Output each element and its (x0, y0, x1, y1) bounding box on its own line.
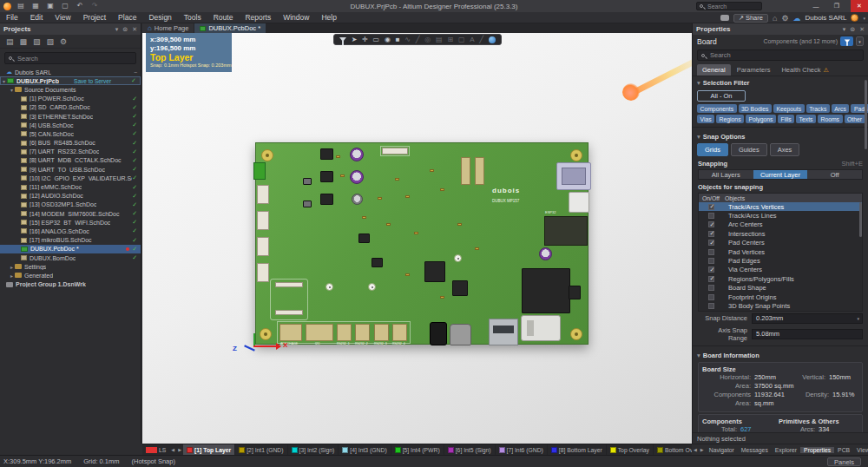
tab-general[interactable]: General (697, 64, 731, 76)
tree-doc-row[interactable]: [12] AUDIO.SchDoc✓ (0, 192, 141, 201)
tree-doc-row[interactable]: [7] UART_RS232.SchDoc✓ (0, 148, 141, 156)
filter-chip-tracks[interactable]: Tracks (806, 104, 830, 113)
panel-tab-explorer[interactable]: Explorer (772, 447, 800, 453)
checkbox[interactable] (708, 240, 714, 246)
checkbox[interactable] (708, 258, 714, 264)
table-scrollbar[interactable] (859, 202, 862, 237)
grid-icon[interactable]: ⊞ (447, 35, 453, 44)
section-snap-options[interactable]: ▾Snap Options (693, 130, 868, 141)
move-icon[interactable]: ✛ (362, 35, 368, 44)
menu-place[interactable]: Place (112, 13, 142, 22)
snap-axes-button[interactable]: Axes (770, 143, 800, 156)
menu-reports[interactable]: Reports (239, 13, 277, 22)
tree-doc-row[interactable]: [4] USB.SchDoc✓ (0, 121, 141, 129)
filter-button[interactable] (840, 36, 853, 46)
panel-tab-pcb[interactable]: PCB (834, 447, 853, 453)
tab-home-page[interactable]: ⌂ Home Page (142, 23, 194, 33)
layer-tab-int3[interactable]: [4] Int3 (GND) (339, 444, 391, 456)
panel-scrollbar[interactable] (865, 80, 867, 149)
workspace-name[interactable]: Dubois SARL (805, 14, 846, 22)
checkbox[interactable] (708, 213, 714, 219)
menu-route[interactable]: Route (207, 13, 240, 22)
menu-tools[interactable]: Tools (178, 13, 207, 22)
snap-object-row[interactable]: Via Centers (699, 266, 862, 274)
layer-scroll-left[interactable]: ◀ (169, 447, 176, 452)
tab-parameters[interactable]: Parameters (732, 64, 776, 76)
global-search-input[interactable]: Search (696, 2, 762, 10)
tab-pcbdoc[interactable]: DUBUX.PcbDoc * (194, 23, 266, 33)
menu-file[interactable]: File (0, 13, 24, 22)
properties-search-input[interactable]: Search (697, 49, 864, 61)
layer-tab-int4[interactable]: [5] Int4 (PWR) (391, 444, 444, 456)
user-avatar[interactable] (851, 14, 858, 22)
menu-design[interactable]: Design (142, 13, 177, 22)
panel-dropdown-icon[interactable]: ▾ (115, 26, 119, 33)
snap-object-row[interactable]: Pad Edges (699, 256, 862, 265)
filter-icon[interactable] (339, 37, 346, 42)
section-selection-filter[interactable]: ▾Selection Filter (693, 76, 868, 88)
snapping-current-layer[interactable]: Current Layer (753, 170, 808, 179)
menu-help[interactable]: Help (315, 13, 342, 22)
panel-tab-navigator[interactable]: Navigator (706, 447, 738, 453)
checkbox[interactable] (708, 276, 714, 282)
via-icon[interactable]: ◎ (424, 35, 431, 44)
filter-chip-arcs[interactable]: Arcs (832, 104, 850, 113)
filter-chip-texts[interactable]: Texts (796, 115, 816, 123)
all-on-button[interactable]: All - On (697, 90, 746, 102)
snap-object-row[interactable]: Intersections (699, 229, 862, 238)
component-icon[interactable]: ▤ (436, 35, 443, 44)
tree-generated-row[interactable]: ▸ Generated (0, 271, 141, 280)
layer-scroll-right[interactable]: ▶ (176, 447, 183, 452)
refresh-icon[interactable]: ▨ (47, 37, 55, 46)
snap-object-row[interactable]: Arc Centers (699, 220, 862, 229)
compile-icon[interactable]: ▩ (20, 37, 28, 46)
snapping-off[interactable]: Off (807, 170, 862, 179)
panel-tab-properties[interactable]: Properties (800, 447, 834, 453)
snap-grids-button[interactable]: Grids (697, 143, 728, 156)
region-icon[interactable]: ▭ (373, 35, 380, 44)
filter-chip-rooms[interactable]: Rooms (818, 115, 843, 123)
close-button[interactable]: ✕ (851, 0, 868, 12)
measure-icon[interactable]: ╱ (416, 35, 420, 44)
web-update-icon[interactable] (489, 36, 496, 43)
filter-dropdown-button[interactable]: ▾ (856, 36, 864, 46)
checkbox[interactable] (708, 266, 714, 273)
layer-tab-top[interactable]: [1] Top Layer (183, 444, 235, 456)
filter-chip-fills[interactable]: Fills (778, 115, 794, 123)
tree-doc-row[interactable]: [6] BUS_RS485.SchDoc✓ (0, 139, 141, 148)
tab-health-check[interactable]: Health Check⚠ (776, 64, 833, 76)
new-doc-icon[interactable]: ▢ (60, 2, 70, 10)
tree-settings-row[interactable]: ▸ Settings (0, 262, 141, 271)
home-icon[interactable]: ⌂ (773, 14, 777, 23)
tree-doc-row[interactable]: [10] I2C_GPIO_EXP_VALIDATEUR.SchDoc✓ (0, 174, 141, 182)
route-icon[interactable]: ∿ (404, 35, 411, 44)
pcb-canvas[interactable]: ➤ ✛ ▭ ◉ ■ ∿ ╱ ◎ ▤ ⊞ ▢ A ╱ x:309,500 mm y… (142, 33, 692, 444)
copy-icon[interactable]: ▦ (30, 2, 41, 10)
tree-dsnwrk-row[interactable]: Project Group 1.DsnWrk (0, 280, 141, 289)
menu-window[interactable]: Window (277, 13, 315, 22)
panels-button[interactable]: Panels (827, 457, 861, 466)
snap-guides-button[interactable]: Guides (731, 143, 767, 156)
panel-close-icon[interactable]: ✕ (859, 26, 865, 33)
undo-icon[interactable]: ↶ (75, 2, 85, 10)
filter-chip-keepouts[interactable]: Keepouts (773, 104, 805, 113)
redo-icon[interactable]: ↷ (89, 2, 100, 10)
snap-object-row[interactable]: Track/Arcs Lines (699, 211, 862, 220)
layer-tab-top-overlay[interactable]: Top Overlay (607, 444, 654, 456)
menu-edit[interactable]: Edit (24, 13, 49, 22)
tree-doc-row[interactable]: [13] OSD32MP1.SchDoc✓ (0, 201, 141, 209)
tree-doc-row[interactable]: [16] ANALOG.SchDoc✓ (0, 227, 141, 235)
panel-pin-icon[interactable]: ⊙ (850, 26, 855, 33)
checkbox[interactable] (708, 221, 714, 227)
axis-snap-range-input[interactable]: 5.08mm (752, 329, 863, 339)
checkbox[interactable] (708, 249, 714, 255)
layer-tab-int2[interactable]: [3] Int2 (Sign) (288, 444, 339, 456)
comment-icon[interactable] (720, 15, 729, 21)
tree-doc-row[interactable]: [1] POWER.SchDoc✓ (0, 95, 141, 103)
save-to-server-action[interactable]: Save to Server (74, 78, 116, 84)
filter-chip-regions[interactable]: Regions (716, 115, 744, 123)
snap-object-row[interactable]: 3D Body Snap Points (699, 301, 862, 310)
panel-dropdown-icon[interactable]: ▾ (843, 26, 846, 33)
panel-close-icon[interactable]: ✕ (132, 26, 137, 33)
settings-gear-icon[interactable]: ⚙ (781, 14, 788, 23)
